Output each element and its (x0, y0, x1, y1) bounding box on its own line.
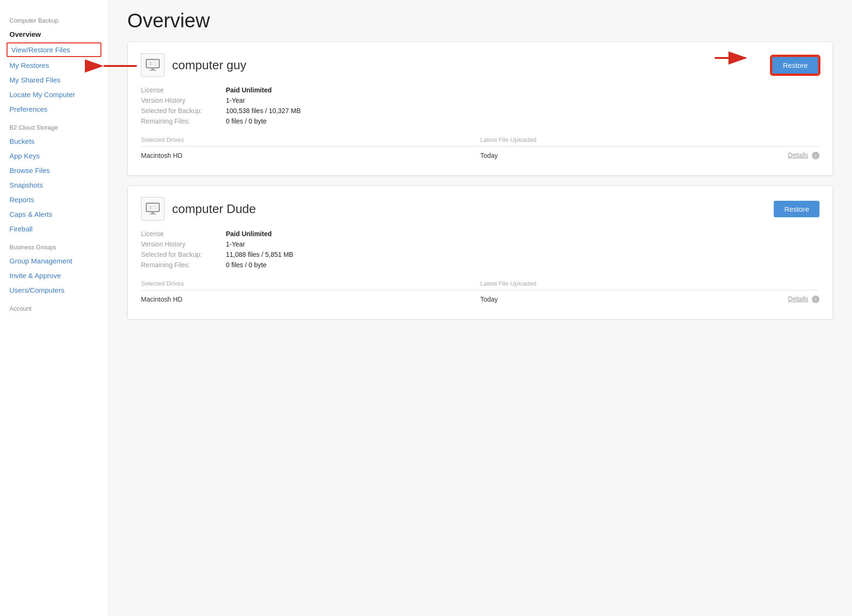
license-value-1: Paid Unlimited (226, 230, 819, 238)
card-header-0:  computer guy Restore (141, 53, 819, 77)
sidebar-item-overview[interactable]: Overview (0, 27, 108, 41)
svg-rect-7 (151, 212, 154, 214)
sidebar-item-reports[interactable]: Reports (0, 192, 108, 207)
computer-icon-0:  (141, 53, 165, 77)
main-content: Overview  compu (108, 0, 852, 616)
version-history-value-1: 1-Year (226, 240, 819, 248)
svg-rect-8 (149, 214, 156, 214)
remaining-files-value-1: 0 files / 0 byte (226, 261, 819, 269)
drive-name-1: Macintosh HD (141, 290, 480, 308)
sidebar: Computer Backup Overview View/Restore Fi… (0, 0, 108, 616)
sidebar-section-b2-cloud: B2 Cloud Storage (0, 116, 108, 134)
details-link-0[interactable]: Details (788, 151, 808, 159)
sidebar-item-invite-approve[interactable]: Invite & Approve (0, 268, 108, 283)
svg-rect-2 (146, 59, 159, 68)
license-label-1: License (141, 230, 226, 238)
details-link-1[interactable]: Details (788, 295, 808, 303)
drives-table-1: Selected Drives Latest File Uploaded Mac… (141, 280, 819, 308)
drive-name-0: Macintosh HD (141, 147, 480, 164)
sidebar-item-buckets[interactable]: Buckets (0, 134, 108, 148)
computer-icon-1:  (141, 197, 165, 221)
table-row: Macintosh HD Today Details i (141, 147, 819, 164)
page-title: Overview (127, 9, 833, 32)
sidebar-item-view-restore[interactable]: View/Restore Files (7, 42, 101, 57)
sidebar-item-fireball[interactable]: Fireball (0, 222, 108, 236)
sidebar-item-browse-files[interactable]: Browse Files (0, 163, 108, 178)
license-label-0: License (141, 86, 226, 94)
sidebar-item-my-restores[interactable]: My Restores (0, 58, 108, 73)
svg-text::  (150, 62, 151, 66)
drive-uploaded-1: Today (480, 290, 718, 308)
info-icon-0[interactable]: i (812, 152, 819, 159)
sidebar-item-my-shared-files[interactable]: My Shared Files (0, 73, 108, 87)
col-header-details-0 (718, 136, 819, 147)
svg-rect-4 (149, 70, 156, 71)
svg-rect-3 (151, 68, 154, 70)
version-history-value-0: 1-Year (226, 97, 819, 104)
card-header-1:  computer Dude Restore (141, 197, 819, 221)
sidebar-item-caps-alerts[interactable]: Caps & Alerts (0, 207, 108, 222)
col-header-drives-1: Selected Drives (141, 280, 480, 290)
computer-card-0:  computer guy Restore License Paid Unli… (127, 41, 833, 176)
info-icon-1[interactable]: i (812, 296, 819, 303)
restore-button-1[interactable]: Restore (774, 201, 819, 217)
remaining-files-value-0: 0 files / 0 byte (226, 117, 819, 125)
sidebar-item-preferences[interactable]: Preferences (0, 102, 108, 116)
monitor-icon-1:  (145, 202, 160, 215)
license-value-0: Paid Unlimited (226, 86, 819, 94)
card-header-left-0:  computer guy (141, 53, 247, 77)
computer-name-1: computer Dude (172, 202, 256, 216)
sidebar-item-snapshots[interactable]: Snapshots (0, 178, 108, 192)
sidebar-item-group-management[interactable]: Group Management (0, 254, 108, 268)
drive-uploaded-0: Today (480, 147, 718, 164)
restore-button-0[interactable]: Restore (771, 56, 819, 75)
card-header-left-1:  computer Dude (141, 197, 256, 221)
computer-name-0: computer guy (172, 58, 247, 73)
sidebar-item-users-computers[interactable]: Users/Computers (0, 283, 108, 297)
monitor-icon:  (145, 58, 160, 72)
sidebar-item-app-keys[interactable]: App Keys (0, 148, 108, 163)
table-row: Macintosh HD Today Details i (141, 290, 819, 308)
svg-text::  (150, 205, 151, 210)
selected-backup-value-1: 11,088 files / 5,851 MB (226, 251, 819, 258)
drive-details-1: Details i (718, 290, 819, 308)
drives-table-0: Selected Drives Latest File Uploaded Mac… (141, 136, 819, 164)
svg-rect-6 (146, 203, 159, 212)
selected-backup-value-0: 100,538 files / 10,327 MB (226, 107, 819, 115)
remaining-files-label-0: Remaining Files: (141, 117, 226, 125)
sidebar-item-locate-computer[interactable]: Locate My Computer (0, 87, 108, 102)
version-history-label-1: Version History (141, 240, 226, 248)
col-header-uploaded-1: Latest File Uploaded (480, 280, 718, 290)
sidebar-section-computer-backup: Computer Backup (0, 9, 108, 27)
sidebar-section-business-groups: Business Groups (0, 236, 108, 254)
drive-details-0: Details i (718, 147, 819, 164)
selected-backup-label-1: Selected for Backup: (141, 251, 226, 258)
col-header-uploaded-0: Latest File Uploaded (480, 136, 718, 147)
info-grid-1: License Paid Unlimited Version History 1… (141, 230, 819, 269)
info-grid-0: License Paid Unlimited Version History 1… (141, 86, 819, 125)
computer-card-1:  computer Dude Restore License Paid Unl… (127, 185, 833, 320)
remaining-files-label-1: Remaining Files: (141, 261, 226, 269)
selected-backup-label-0: Selected for Backup: (141, 107, 226, 115)
sidebar-section-account: Account (0, 297, 108, 315)
col-header-drives-0: Selected Drives (141, 136, 480, 147)
col-header-details-1 (718, 280, 819, 290)
version-history-label-0: Version History (141, 97, 226, 104)
